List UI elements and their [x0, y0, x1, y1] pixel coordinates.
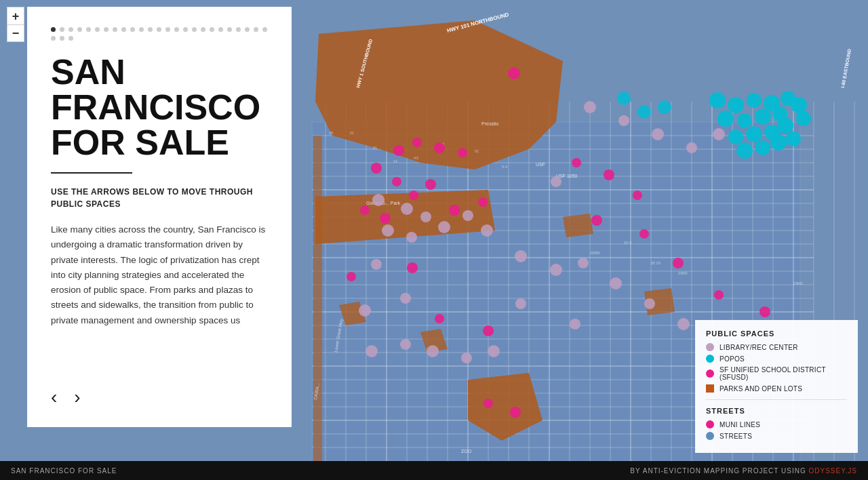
legend-section2-title: STREETS: [706, 407, 847, 415]
svg-text:Presidio: Presidio: [481, 121, 498, 126]
svg-point-92: [483, 325, 494, 336]
svg-point-129: [584, 101, 596, 113]
svg-point-90: [407, 262, 418, 273]
slide-dot-9[interactable]: [121, 27, 126, 32]
svg-point-93: [508, 67, 520, 79]
slide-dot-16[interactable]: [183, 27, 188, 32]
svg-point-112: [371, 259, 382, 270]
svg-text:ZOO: ZOO: [461, 449, 472, 454]
svg-point-84: [360, 205, 370, 215]
legend-item-streets: STREETS: [706, 432, 847, 440]
svg-point-103: [510, 407, 521, 418]
legend-dot-muni: [706, 420, 714, 428]
svg-text:AX: AX: [414, 156, 419, 160]
slide-dot-18[interactable]: [201, 27, 205, 32]
svg-point-115: [366, 345, 378, 357]
svg-point-144: [728, 129, 743, 144]
svg-point-132: [686, 142, 697, 153]
slide-dot-4[interactable]: [77, 27, 82, 32]
slide-dot-27[interactable]: [60, 36, 64, 41]
slide-dot-1[interactable]: [51, 27, 56, 32]
slide-dot-17[interactable]: [192, 27, 197, 32]
svg-point-89: [347, 272, 356, 281]
svg-point-119: [488, 345, 500, 357]
slide-dot-20[interactable]: [218, 27, 223, 32]
slide-dot-12[interactable]: [148, 27, 153, 32]
svg-point-127: [515, 250, 527, 262]
legend-item-sfusd: SF UNIFIED SCHOOL DISTRICT (SFUSD): [706, 366, 847, 381]
svg-point-78: [412, 138, 422, 147]
slide-dot-3[interactable]: [68, 27, 73, 32]
svg-point-106: [420, 212, 431, 222]
svg-point-94: [572, 158, 581, 167]
svg-point-143: [791, 97, 807, 113]
svg-point-147: [777, 117, 793, 134]
svg-point-105: [401, 203, 413, 215]
svg-point-88: [478, 197, 488, 207]
svg-point-82: [392, 177, 401, 186]
svg-point-116: [400, 339, 411, 350]
slide-dot-24[interactable]: [254, 27, 258, 32]
svg-text:01: 01: [475, 149, 479, 153]
svg-point-145: [746, 126, 762, 142]
svg-text:05 03: 05 03: [651, 261, 660, 265]
svg-point-114: [400, 293, 411, 304]
slide-dot-26[interactable]: [51, 36, 56, 41]
slide-dot-11[interactable]: [139, 27, 144, 32]
next-arrow[interactable]: ›: [74, 388, 80, 407]
slide-dot-8[interactable]: [113, 27, 117, 32]
slide-dot-21[interactable]: [227, 27, 232, 32]
legend-item-muni: MUNI LINES: [706, 420, 847, 428]
slide-dot-14[interactable]: [165, 27, 170, 32]
svg-text:5-4: 5-4: [502, 165, 507, 169]
legend: PUBLIC SPACES LIBRARY/REC CENTER POPOS S…: [695, 320, 858, 453]
svg-point-130: [618, 115, 629, 126]
bottom-title: SAN FRANCISCO FOR SALE: [11, 467, 117, 475]
bottom-bar: SAN FRANCISCO FOR SALE BY ANTI-EVICTION …: [0, 461, 868, 480]
slide-dot-28[interactable]: [68, 36, 73, 41]
svg-point-131: [652, 128, 664, 140]
slide-dot-6[interactable]: [95, 27, 100, 32]
svg-point-99: [673, 258, 684, 268]
svg-point-79: [434, 142, 445, 153]
svg-text:01: 01: [373, 146, 377, 150]
svg-point-120: [515, 298, 526, 309]
description-text: Like many cities across the country, San…: [51, 222, 268, 374]
slide-dot-22[interactable]: [236, 27, 241, 32]
svg-text:38: 38: [329, 131, 333, 135]
zoom-in-button[interactable]: +: [7, 7, 24, 24]
svg-point-150: [755, 140, 770, 155]
slide-dot-7[interactable]: [104, 27, 108, 32]
prev-arrow[interactable]: ‹: [51, 388, 57, 407]
sidebar-panel: SAN FRANCISCO FOR SALE USE THE ARROWS BE…: [27, 7, 292, 427]
odyssey-link[interactable]: ODYSSEY.JS: [808, 467, 857, 475]
svg-point-123: [610, 277, 622, 289]
svg-point-122: [578, 258, 589, 268]
slide-dot-10[interactable]: [130, 27, 135, 32]
svg-point-108: [406, 232, 417, 243]
svg-point-111: [481, 224, 493, 237]
legend-label-popos: POPOS: [719, 355, 745, 363]
svg-point-148: [796, 111, 811, 126]
svg-point-97: [591, 215, 602, 226]
slide-dot-19[interactable]: [210, 27, 214, 32]
svg-point-149: [736, 142, 753, 159]
slide-dot-25[interactable]: [262, 27, 267, 32]
slide-dot-13[interactable]: [157, 27, 161, 32]
legend-divider: [706, 399, 847, 400]
slide-dot-2[interactable]: [60, 27, 64, 32]
slide-dot-15[interactable]: [174, 27, 179, 32]
svg-point-117: [427, 345, 439, 357]
legend-label-muni: MUNI LINES: [719, 421, 760, 428]
nav-arrows: ‹ ›: [51, 388, 268, 407]
slide-dot-23[interactable]: [245, 27, 250, 32]
svg-point-134: [709, 92, 726, 108]
zoom-out-button[interactable]: −: [7, 24, 24, 42]
slide-dot-5[interactable]: [86, 27, 91, 32]
svg-point-77: [393, 145, 404, 156]
svg-text:29/BA: 29/BA: [590, 251, 600, 255]
svg-point-102: [484, 399, 493, 408]
svg-point-133: [713, 128, 725, 140]
svg-point-128: [551, 176, 561, 187]
svg-point-141: [755, 108, 771, 125]
